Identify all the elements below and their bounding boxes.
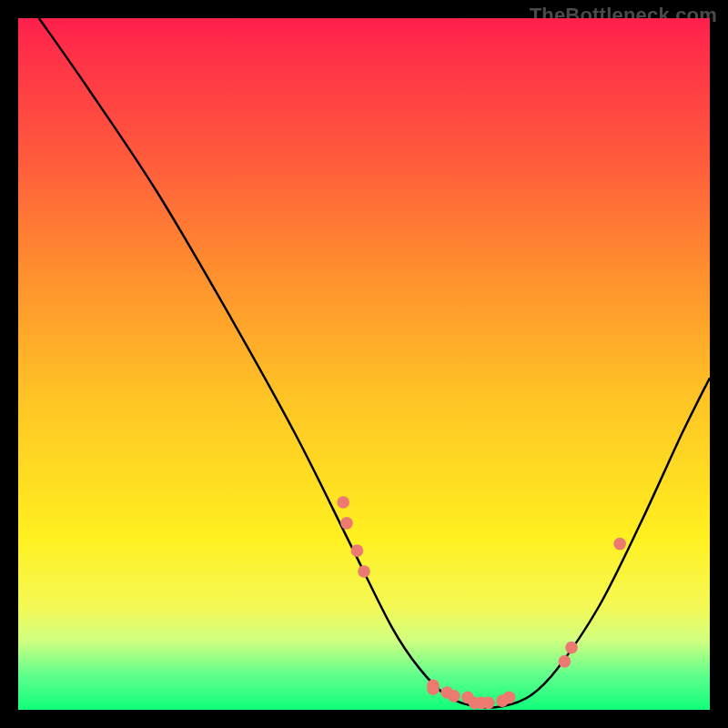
data-point <box>337 496 349 509</box>
data-points <box>337 496 626 709</box>
data-point <box>613 538 626 551</box>
data-point <box>565 642 578 654</box>
curve-line <box>39 18 710 708</box>
data-point <box>503 691 516 703</box>
plot-area <box>18 18 710 710</box>
chart-container: TheBottleneck.com <box>0 0 728 728</box>
data-point <box>448 690 460 703</box>
data-point <box>351 544 364 557</box>
data-point <box>358 565 370 578</box>
data-point <box>559 655 571 668</box>
chart-svg <box>18 18 710 710</box>
data-point <box>482 697 495 710</box>
data-point <box>340 517 353 530</box>
data-point <box>427 682 440 695</box>
